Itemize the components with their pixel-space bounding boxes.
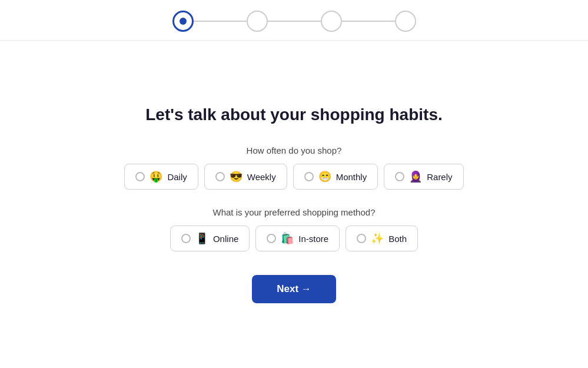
text-daily: Daily (167, 172, 187, 182)
question-2-label: What is your preferred shopping method? (213, 207, 376, 217)
emoji-monthly: 😁 (318, 170, 331, 183)
emoji-rarely: 🧕 (409, 170, 422, 183)
next-button[interactable]: Next → (252, 275, 336, 303)
option-monthly[interactable]: 😁 Monthly (293, 164, 378, 190)
page-title: Let's talk about your shopping habits. (145, 105, 442, 124)
step-line-3 (342, 21, 395, 22)
question-1-label: How often do you shop? (247, 145, 342, 155)
text-both: Both (388, 234, 407, 244)
option-daily[interactable]: 🤑 Daily (124, 164, 198, 190)
text-weekly: Weekly (247, 172, 276, 182)
step-1-dot (180, 18, 187, 25)
next-button-label: Next → (277, 283, 311, 295)
radio-rarely (395, 172, 404, 181)
step-line-2 (268, 21, 321, 22)
radio-daily (135, 172, 145, 181)
question-2-options: 📱 Online 🛍️ In-store ✨ Both (170, 226, 418, 251)
emoji-daily: 🤑 (150, 170, 162, 183)
step-2 (247, 11, 268, 32)
radio-weekly (215, 172, 225, 181)
emoji-online: 📱 (195, 232, 208, 245)
radio-instore (267, 234, 276, 243)
option-rarely[interactable]: 🧕 Rarely (384, 164, 463, 190)
option-online[interactable]: 📱 Online (170, 226, 250, 251)
emoji-instore: 🛍️ (281, 232, 294, 245)
emoji-both: ✨ (371, 232, 384, 245)
option-both[interactable]: ✨ Both (346, 226, 418, 251)
step-line-1 (194, 21, 247, 22)
text-rarely: Rarely (427, 172, 452, 182)
text-monthly: Monthly (336, 172, 367, 182)
radio-monthly (304, 172, 314, 181)
question-1-options: 🤑 Daily 😎 Weekly 😁 Monthly 🧕 Rarely (124, 164, 463, 190)
option-weekly[interactable]: 😎 Weekly (204, 164, 287, 190)
step-4 (395, 11, 416, 32)
progress-bar (0, 0, 588, 41)
step-1 (172, 11, 194, 32)
text-online: Online (213, 234, 238, 244)
option-instore[interactable]: 🛍️ In-store (255, 226, 340, 251)
radio-online (181, 234, 191, 243)
radio-both (357, 234, 366, 243)
emoji-weekly: 😎 (230, 170, 242, 183)
step-3 (321, 11, 342, 32)
main-content: Let's talk about your shopping habits. H… (0, 41, 588, 368)
text-instore: In-store (298, 234, 328, 244)
